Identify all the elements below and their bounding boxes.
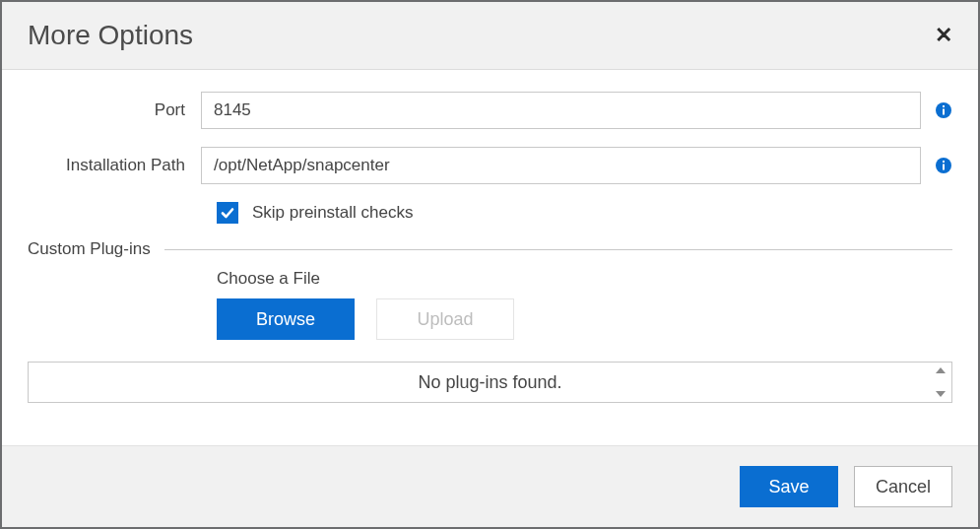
custom-plugins-section: Custom Plug-ins (28, 239, 952, 259)
chevron-down-icon[interactable] (936, 391, 946, 397)
skip-checks-checkbox[interactable] (217, 202, 238, 224)
info-icon[interactable] (935, 101, 952, 119)
plugins-empty-message: No plug-ins found. (418, 372, 561, 393)
plugins-listbox[interactable]: No plug-ins found. (28, 362, 952, 403)
skip-checks-label: Skip preinstall checks (252, 203, 413, 223)
install-path-row: Installation Path (28, 147, 952, 184)
more-options-dialog: More Options ✕ Port Installation Path (0, 0, 980, 529)
save-button[interactable]: Save (740, 466, 838, 507)
svg-rect-5 (943, 161, 945, 163)
list-spinner (932, 364, 949, 400)
section-divider (164, 249, 952, 250)
svg-rect-1 (943, 109, 945, 115)
port-row: Port (28, 92, 952, 129)
upload-button: Upload (376, 298, 514, 340)
dialog-title: More Options (28, 20, 193, 51)
file-buttons-row: Browse Upload (217, 298, 952, 340)
chevron-up-icon[interactable] (936, 367, 946, 373)
dialog-header: More Options ✕ (2, 2, 978, 70)
skip-checks-row: Skip preinstall checks (217, 202, 952, 224)
install-path-input[interactable] (201, 147, 921, 184)
port-input[interactable] (201, 92, 921, 129)
dialog-footer: Save Cancel (2, 445, 978, 527)
browse-button[interactable]: Browse (217, 298, 355, 340)
choose-file-label: Choose a File (217, 269, 952, 289)
svg-rect-2 (943, 105, 945, 107)
install-path-label: Installation Path (28, 156, 201, 175)
install-path-input-wrap (201, 147, 952, 184)
cancel-button[interactable]: Cancel (854, 466, 952, 507)
plugins-subarea: Choose a File Browse Upload (217, 269, 952, 340)
custom-plugins-label: Custom Plug-ins (28, 239, 164, 259)
svg-rect-4 (943, 165, 945, 170)
close-icon[interactable]: ✕ (935, 25, 952, 46)
dialog-body: Port Installation Path (2, 70, 978, 445)
port-label: Port (28, 100, 201, 120)
port-input-wrap (201, 92, 952, 129)
info-icon[interactable] (935, 157, 952, 174)
